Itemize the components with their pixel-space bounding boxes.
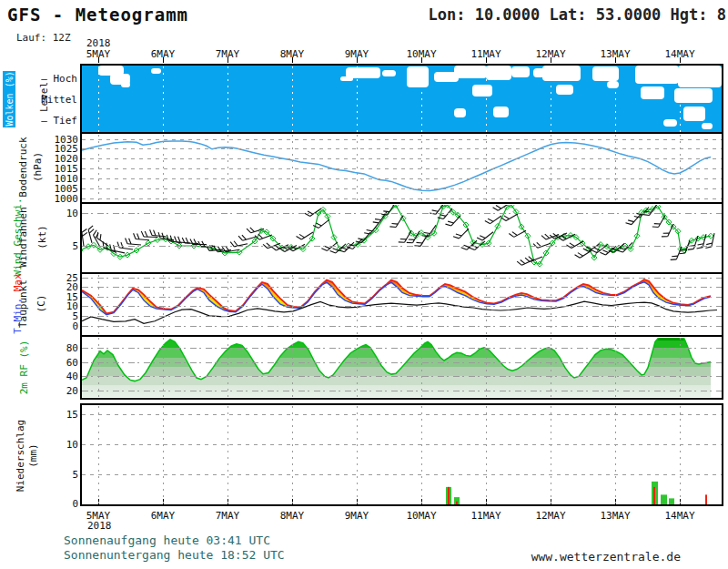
clear-sky-patch (542, 66, 581, 81)
clear-sky-patch (635, 66, 679, 84)
panel-divider (82, 335, 722, 337)
axis-tick-top (486, 57, 487, 63)
sunrise-text: Sonnenaufgang heute 03:41 UTC (64, 533, 270, 547)
precip-zero-label: 0 (36, 498, 78, 510)
clear-sky-patch (511, 66, 530, 77)
pressure-vgridline (486, 135, 487, 201)
pressure-gridline (82, 139, 722, 140)
pressure-gridline (82, 148, 722, 149)
rf-gridline (82, 348, 722, 349)
pressure-gridline (82, 188, 722, 189)
precip-vgridline (680, 406, 681, 503)
rf-vgridline (357, 338, 358, 397)
precip-vgridline (357, 406, 358, 503)
axis-tick-top (357, 57, 358, 63)
pressure-vgridline (421, 135, 422, 201)
date-label-bottom: 9MAY (335, 510, 379, 522)
clear-sky-patch (151, 68, 161, 74)
cloud-panel (82, 66, 722, 132)
axis-tick-top (163, 57, 164, 63)
temp-gridline (82, 278, 722, 279)
pressure-gridline (82, 178, 722, 179)
precip-gridline (82, 444, 722, 445)
wind-ytick-label: 5 (36, 240, 78, 252)
clear-sky-patch (702, 123, 713, 129)
temp-gridline (82, 287, 722, 288)
cloud-axis-tag: Wolken (%) (3, 71, 15, 127)
temp-vgridline (551, 275, 551, 334)
panel-divider (82, 132, 722, 134)
precip-panel (80, 403, 723, 506)
cloud-gridline (292, 66, 293, 132)
website-link[interactable]: www.wetterzentrale.de (531, 550, 681, 564)
rf-gridline (82, 362, 722, 363)
clear-sky-patch (641, 86, 664, 99)
cloud-row-hoch: — Hoch (41, 73, 77, 85)
clear-sky-patch (340, 76, 353, 81)
meteogram-page: { "header": { "title": "GFS - Meteogramm… (0, 0, 728, 569)
sunset-text: Sonnenuntergang heute 18:52 UTC (64, 548, 285, 562)
temp-vgridline (615, 275, 616, 334)
pressure-gridline (82, 168, 722, 169)
rf-vgridline (98, 338, 99, 397)
temp-vgridline (486, 275, 487, 334)
clear-sky-patch (592, 66, 619, 81)
date-label-bottom: 11MAY (464, 510, 508, 522)
clear-sky-patch (683, 107, 705, 121)
precip-ytick-label: 15 (36, 409, 78, 421)
clear-sky-patch (678, 66, 722, 87)
pressure-vgridline (551, 135, 551, 201)
date-label-bottom: 12MAY (529, 510, 572, 522)
clear-sky-patch (674, 88, 713, 103)
temp-vgridline (163, 275, 164, 334)
pressure-vgridline (292, 135, 293, 201)
temp-vgridline (357, 275, 358, 334)
pressure-vgridline (615, 135, 616, 201)
precip-ytick-label: 5 (36, 469, 78, 481)
precip-vgridline (486, 406, 487, 503)
page-title: GFS - Meteogramm (7, 5, 188, 25)
pressure-vgridline (357, 135, 358, 201)
dewpoint-axis-label: Taupunkt (17, 274, 29, 334)
clear-sky-patch (486, 66, 511, 80)
meteogram-panels-frame (80, 64, 723, 400)
axis-tick-top (421, 57, 422, 63)
axis-tick-top (228, 57, 228, 63)
rf-vgridline (421, 338, 422, 397)
pressure-ytick-label: 1000 (36, 193, 78, 205)
temp-gridline (82, 297, 722, 298)
temp-vgridline (680, 275, 681, 334)
pressure-vgridline (98, 135, 99, 201)
date-label-bottom: 7MAY (206, 510, 249, 522)
precip-vgridline (421, 406, 422, 503)
temp-vgridline (292, 275, 293, 334)
cloud-row-mittel: Mittel (41, 94, 77, 106)
pressure-gridline (82, 198, 722, 199)
date-label-bottom: 5MAY (76, 510, 120, 522)
cloud-gridline (98, 66, 99, 132)
temp-vgridline (98, 275, 99, 334)
rf-gridline (82, 391, 722, 391)
axis-tick-top (680, 57, 681, 63)
temp-gridline (82, 306, 722, 307)
temp-gridline (82, 316, 722, 317)
temp-vgridline (228, 275, 228, 334)
panel-divider (82, 272, 722, 274)
clear-sky-patch (121, 82, 130, 87)
panel-divider (82, 202, 722, 204)
precip-gridline (82, 474, 722, 475)
date-label-bottom: 10MAY (399, 510, 443, 522)
rf-ytick-label: 80 (36, 342, 78, 354)
precip-vgridline (615, 406, 616, 503)
pressure-vgridline (680, 135, 681, 201)
rf-vgridline (680, 338, 681, 397)
model-run-label: Lauf: 12Z (16, 32, 71, 44)
precip-gridline (82, 414, 722, 415)
clear-sky-patch (607, 81, 619, 88)
cloud-row-tief: — Tief (41, 115, 77, 127)
clear-sky-patch (472, 85, 492, 97)
rf-vgridline (551, 338, 551, 397)
cloud-axis-label: Wolken (%) (5, 74, 15, 127)
axis-tick-top (292, 57, 293, 63)
precip-vgridline (98, 406, 99, 503)
